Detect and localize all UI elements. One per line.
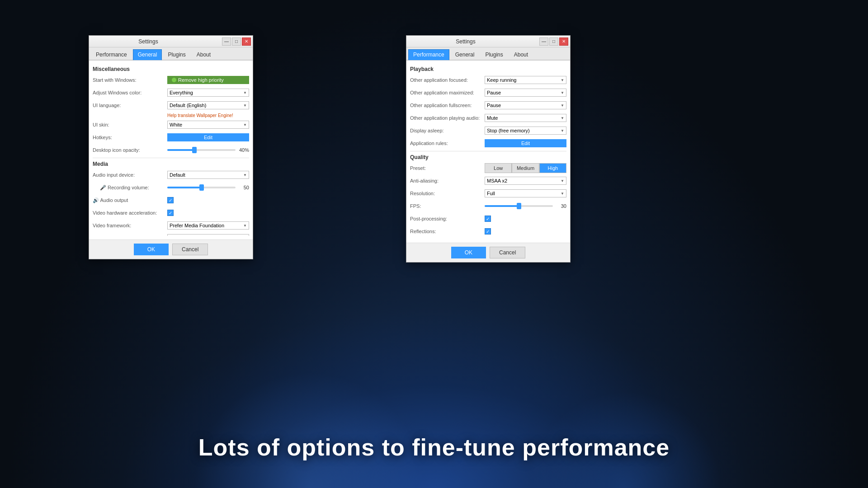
label-other-fullscreen: Other application fullscreen: <box>410 103 485 108</box>
audio-input-value: Default <box>170 172 185 178</box>
label-adjust-color: Adjust Windows color: <box>93 90 167 95</box>
label-ui-language: UI language: <box>93 103 167 108</box>
resolution-dropdown[interactable]: Full ▼ <box>485 189 566 197</box>
row-display-asleep: Display asleep: Stop (free memory) ▼ <box>410 126 566 136</box>
tab-plugins-left[interactable]: Plugins <box>163 49 190 60</box>
recording-volume-fill <box>167 187 202 188</box>
recording-volume-track[interactable] <box>167 187 236 188</box>
window-title-right: Settings <box>410 38 521 45</box>
preset-button-group: Low Medium High <box>485 163 566 173</box>
audio-input-dropdown[interactable]: Default ▼ <box>167 171 249 179</box>
label-audio-output: 🔊 Audio output <box>93 197 167 203</box>
label-reflections: Reflections: <box>410 229 485 234</box>
cancel-button-right[interactable]: Cancel <box>490 247 525 258</box>
speaker-icon: 🔊 <box>93 197 100 203</box>
tab-general-left[interactable]: General <box>133 49 162 60</box>
row-desktop-opacity: Desktop icon opacity: 40% <box>93 145 249 155</box>
ctrl-recording-volume: 50 <box>167 185 249 190</box>
display-asleep-dropdown[interactable]: Stop (free memory) ▼ <box>485 127 566 135</box>
ok-button-left[interactable]: OK <box>134 244 169 255</box>
ctrl-resolution: Full ▼ <box>485 189 566 197</box>
other-audio-arrow-icon: ▼ <box>561 116 564 120</box>
ui-language-value: Default (English) <box>170 103 206 108</box>
label-recording-volume: 🎤 Recording volume: <box>93 185 167 191</box>
tab-about-right[interactable]: About <box>509 49 533 60</box>
adjust-color-dropdown[interactable]: Everything ▼ <box>167 89 249 97</box>
tab-plugins-right[interactable]: Plugins <box>480 49 508 60</box>
minimize-button-left[interactable]: — <box>222 38 231 46</box>
label-preset: Preset: <box>410 165 485 171</box>
preset-medium-button[interactable]: Medium <box>512 163 539 173</box>
fps-thumb[interactable] <box>517 203 521 209</box>
close-button-left[interactable]: ✕ <box>242 38 251 46</box>
reflections-checkbox[interactable]: ✓ <box>485 228 491 235</box>
other-audio-value: Mute <box>487 115 498 121</box>
cancel-button-left[interactable]: Cancel <box>172 244 208 255</box>
anti-aliasing-dropdown[interactable]: MSAA x2 ▼ <box>485 177 566 185</box>
ctrl-adjust-color: Everything ▼ <box>167 89 249 97</box>
desktop-opacity-track[interactable] <box>167 149 236 151</box>
anti-aliasing-arrow-icon: ▼ <box>561 179 564 183</box>
label-desktop-opacity: Desktop icon opacity: <box>93 147 167 153</box>
tab-about-left[interactable]: About <box>192 49 216 60</box>
content-left: Miscellaneous Start with Windows: Remove… <box>89 60 253 239</box>
video-loading-dropdown[interactable]: From disk ▼ <box>167 234 249 236</box>
other-audio-dropdown[interactable]: Mute ▼ <box>485 114 566 122</box>
row-anti-aliasing: Anti-aliasing: MSAA x2 ▼ <box>410 176 566 186</box>
section-miscellaneous: Miscellaneous <box>93 66 249 72</box>
video-hw-checkbox[interactable]: ✓ <box>167 210 174 216</box>
label-start-windows: Start with Windows: <box>93 77 167 83</box>
row-video-hw: Video hardware acceleration: ✓ <box>93 208 249 218</box>
app-rules-edit-button[interactable]: Edit <box>485 139 566 147</box>
title-bar-left: Settings — □ ✕ <box>89 36 253 47</box>
other-maximized-dropdown[interactable]: Pause ▼ <box>485 89 566 97</box>
hotkeys-edit-button[interactable]: Edit <box>167 133 249 141</box>
footer-right: OK Cancel <box>406 243 570 262</box>
label-other-audio: Other application playing audio: <box>410 115 485 121</box>
ui-language-dropdown[interactable]: Default (English) ▼ <box>167 101 249 109</box>
ctrl-other-maximized: Pause ▼ <box>485 89 566 97</box>
tab-performance-right[interactable]: Performance <box>408 49 449 60</box>
ok-button-right[interactable]: OK <box>451 247 486 258</box>
label-app-rules: Application rules: <box>410 141 485 146</box>
label-video-loading: Video loading: <box>93 235 167 236</box>
tab-performance-left[interactable]: Performance <box>91 49 132 60</box>
video-framework-dropdown[interactable]: Prefer Media Foundation ▼ <box>167 221 249 230</box>
other-fullscreen-value: Pause <box>487 103 501 108</box>
row-hotkeys: Hotkeys: Edit <box>93 132 249 142</box>
recording-volume-value: 50 <box>238 185 249 190</box>
help-translate-text[interactable]: Help translate Wallpaper Engine! <box>167 113 249 118</box>
other-fullscreen-arrow-icon: ▼ <box>561 103 564 108</box>
post-processing-checkbox[interactable]: ✓ <box>485 216 491 222</box>
tab-general-right[interactable]: General <box>450 49 480 60</box>
other-fullscreen-dropdown[interactable]: Pause ▼ <box>485 101 566 109</box>
other-focused-dropdown[interactable]: Keep running ▼ <box>485 76 566 84</box>
label-hotkeys: Hotkeys: <box>93 135 167 140</box>
label-resolution: Resolution: <box>410 191 485 196</box>
fps-fill <box>485 205 519 207</box>
mic-icon: 🎤 <box>100 185 108 190</box>
audio-output-checkbox[interactable]: ✓ <box>167 197 174 203</box>
desktop-opacity-thumb[interactable] <box>192 147 197 153</box>
desktop-opacity-value: 40% <box>238 147 249 153</box>
ctrl-display-asleep: Stop (free memory) ▼ <box>485 127 566 135</box>
section-media: Media <box>93 161 249 167</box>
start-windows-button[interactable]: Remove high priority <box>167 76 249 84</box>
ui-skin-dropdown[interactable]: White ▼ <box>167 121 249 129</box>
other-maximized-value: Pause <box>487 90 501 95</box>
recording-volume-thumb[interactable] <box>199 184 204 191</box>
maximize-button-right[interactable]: □ <box>549 38 558 46</box>
preset-high-button[interactable]: High <box>539 163 566 173</box>
footer-left: OK Cancel <box>89 239 253 259</box>
ui-skin-arrow-icon: ▼ <box>243 123 247 127</box>
fps-track[interactable] <box>485 205 553 207</box>
preset-low-button[interactable]: Low <box>485 163 512 173</box>
minimize-button-right[interactable]: — <box>539 38 548 46</box>
close-button-right[interactable]: ✕ <box>559 38 568 46</box>
label-display-asleep: Display asleep: <box>410 128 485 133</box>
row-video-loading: Video loading: From disk ▼ <box>93 233 249 236</box>
background-glow2 <box>174 352 445 488</box>
row-audio-output: 🔊 Audio output ✓ <box>93 195 249 205</box>
resolution-value: Full <box>487 191 495 196</box>
maximize-button-left[interactable]: □ <box>232 38 241 46</box>
